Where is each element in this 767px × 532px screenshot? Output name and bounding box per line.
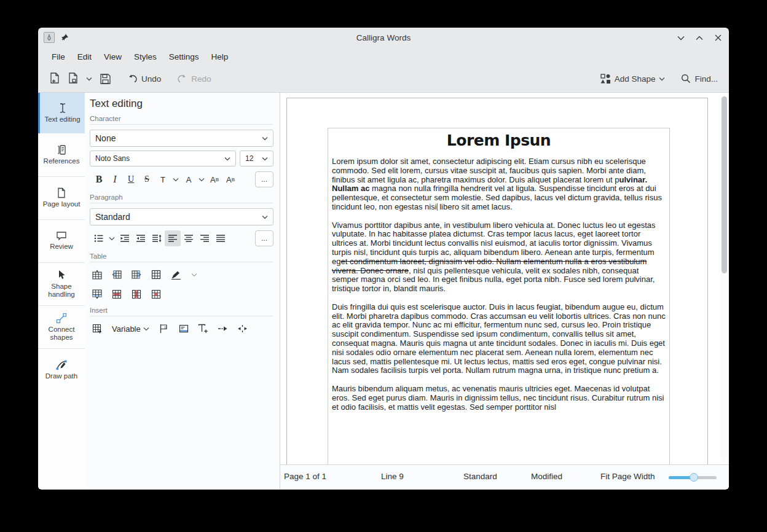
- paragraph-section-label: Paragraph: [90, 194, 273, 203]
- open-recent-chevron[interactable]: [82, 74, 96, 84]
- tab-text-editing[interactable]: Text editing: [38, 93, 85, 133]
- insert-variable-select[interactable]: Variable: [111, 323, 151, 335]
- underline-button[interactable]: U: [123, 171, 139, 187]
- find-button[interactable]: Find...: [677, 71, 722, 87]
- redo-button[interactable]: Redo: [173, 71, 214, 87]
- character-format-row: B I U S T● A◢ AB AB ...: [91, 170, 273, 189]
- increase-indent-button[interactable]: [133, 230, 149, 246]
- redo-label: Redo: [191, 74, 211, 84]
- table-properties-button[interactable]: [150, 268, 162, 281]
- page-indicator: Page 1 of 1: [284, 472, 326, 481]
- character-style-select[interactable]: None: [90, 130, 273, 147]
- document-heading[interactable]: Lorem Ipsun: [332, 131, 666, 149]
- text-segment: Duis fringilla dui quis est scelerisque …: [332, 302, 666, 375]
- tab-label: References: [44, 157, 80, 165]
- strikethrough-button[interactable]: S: [139, 171, 155, 187]
- document-paragraphs[interactable]: Lorem ipsum dolor sit amet, consectetur …: [332, 157, 666, 412]
- border-pen-chevron[interactable]: [189, 267, 199, 283]
- style-indicator[interactable]: Standard: [463, 472, 497, 481]
- zoom-slider[interactable]: [669, 474, 717, 481]
- insert-table-button[interactable]: [91, 323, 103, 335]
- chevron-down-icon: [224, 157, 230, 161]
- insert-text-button[interactable]: [197, 323, 210, 335]
- tab-review[interactable]: Review: [38, 219, 85, 262]
- menu-edit[interactable]: Edit: [71, 50, 98, 63]
- character-more-button[interactable]: ...: [255, 171, 273, 187]
- character-style-value: None: [95, 133, 116, 143]
- tab-references[interactable]: References: [38, 133, 85, 176]
- maximize-button[interactable]: [694, 33, 704, 43]
- tab-label: Text editing: [44, 115, 80, 123]
- highlight-color-chevron[interactable]: [197, 171, 206, 187]
- insert-bookmark-button[interactable]: [158, 323, 170, 335]
- list-style-button[interactable]: [91, 230, 107, 246]
- save-button[interactable]: [96, 70, 115, 88]
- panel-title: Text editing: [90, 98, 273, 110]
- menu-settings[interactable]: Settings: [163, 50, 205, 63]
- menu-file[interactable]: File: [45, 50, 71, 63]
- tab-draw-path[interactable]: Draw path: [38, 348, 85, 391]
- undo-label: Undo: [141, 74, 161, 84]
- calligra-words-window: Calligra Words File Edit View Styles Set…: [38, 28, 729, 490]
- tab-connect-shapes[interactable]: Connect shapes: [38, 305, 85, 348]
- align-right-button[interactable]: [197, 230, 213, 246]
- highlight-color-button[interactable]: A◢: [181, 171, 197, 187]
- menu-help[interactable]: Help: [205, 50, 235, 63]
- document-paragraph[interactable]: Vivamus porttitor dapibus ante, in vesti…: [332, 221, 666, 294]
- text-color-chevron[interactable]: [171, 171, 181, 187]
- tab-shape-handling[interactable]: Shape handling: [38, 262, 85, 305]
- italic-button[interactable]: I: [107, 171, 123, 187]
- table-section-label: Table: [90, 252, 273, 262]
- zoom-mode-button[interactable]: Fit Page Width: [600, 472, 655, 481]
- insert-row-below-button[interactable]: [91, 288, 103, 300]
- menu-view[interactable]: View: [98, 50, 128, 63]
- close-button[interactable]: [713, 33, 723, 43]
- decrease-indent-button[interactable]: [117, 230, 133, 246]
- scrollbar-thumb[interactable]: [722, 96, 727, 273]
- superscript-button[interactable]: AB: [206, 171, 222, 187]
- pin-icon[interactable]: [60, 33, 69, 42]
- align-center-button[interactable]: [181, 230, 197, 246]
- paragraph-style-value: Standard: [95, 212, 130, 222]
- line-spacing-button[interactable]: [149, 230, 165, 246]
- text-segment: Lorem ipsum dolor sit amet, consectetur …: [332, 157, 646, 184]
- insert-row-above-button[interactable]: [91, 268, 103, 281]
- bold-button[interactable]: B: [91, 171, 107, 187]
- document-paragraph[interactable]: Duis fringilla dui quis est scelerisque …: [332, 303, 666, 375]
- open-document-button[interactable]: [64, 69, 82, 88]
- connector-icon: [56, 313, 67, 324]
- document-canvas[interactable]: Lorem Ipsun Lorem ipsum dolor sit amet, …: [280, 93, 729, 464]
- zoom-slider-handle[interactable]: [690, 473, 698, 482]
- document-paragraph[interactable]: Lorem ipsum dolor sit amet, consectetur …: [332, 157, 666, 212]
- list-style-chevron[interactable]: [107, 230, 117, 246]
- font-family-select[interactable]: Noto Sans: [90, 151, 236, 166]
- text-color-button[interactable]: T●: [155, 171, 171, 187]
- align-center-icon: [184, 234, 194, 243]
- insert-footnote-button[interactable]: [178, 323, 190, 335]
- document-paragraph[interactable]: Mauris bibendum aliquam metus, ac venena…: [332, 385, 666, 412]
- delete-row-button[interactable]: [111, 288, 123, 300]
- document-page[interactable]: Lorem Ipsun Lorem ipsum dolor sit amet, …: [286, 98, 708, 464]
- insert-column-break-button[interactable]: [237, 323, 249, 335]
- delete-column-button[interactable]: [130, 288, 143, 300]
- delete-table-button[interactable]: [150, 288, 162, 300]
- subscript-button[interactable]: AB: [222, 171, 238, 187]
- border-pen-button[interactable]: [170, 268, 182, 281]
- add-shape-button[interactable]: Add Shape: [597, 71, 669, 87]
- paragraph-more-button[interactable]: ...: [255, 230, 273, 246]
- undo-button[interactable]: Undo: [124, 71, 165, 87]
- vertical-scrollbar[interactable]: [720, 95, 728, 462]
- paragraph-style-select[interactable]: Standard: [90, 208, 273, 225]
- insert-column-left-button[interactable]: [111, 268, 123, 281]
- insert-column-right-button[interactable]: [130, 268, 143, 281]
- align-left-button[interactable]: [165, 230, 181, 246]
- align-justify-button[interactable]: [213, 230, 229, 246]
- text-frame[interactable]: Lorem Ipsun Lorem ipsum dolor sit amet, …: [328, 128, 670, 464]
- minimize-button[interactable]: [676, 33, 686, 43]
- tab-page-layout[interactable]: Page layout: [38, 176, 85, 219]
- menu-styles[interactable]: Styles: [128, 50, 163, 63]
- insert-page-break-button[interactable]: [217, 323, 229, 335]
- new-document-button[interactable]: [45, 69, 64, 88]
- font-size-select[interactable]: 12: [240, 151, 273, 166]
- line-indicator: Line 9: [381, 472, 404, 481]
